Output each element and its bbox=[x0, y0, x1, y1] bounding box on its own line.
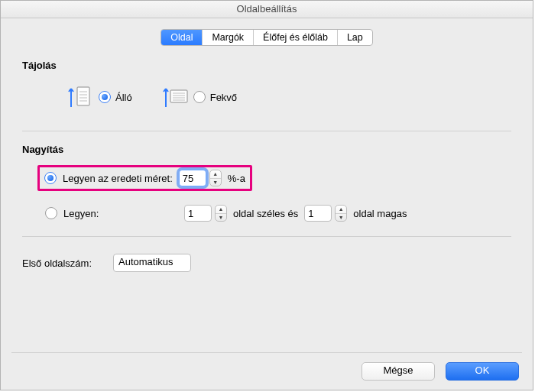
orientation-landscape-radio[interactable] bbox=[193, 91, 206, 103]
zoom-adjust-arrows[interactable]: ▲▼ bbox=[209, 170, 222, 186]
footer-buttons: Mégse OK bbox=[362, 362, 519, 381]
chevron-up-icon[interactable]: ▲ bbox=[210, 170, 221, 179]
first-page-row: Első oldalszám: Automatikus bbox=[22, 254, 511, 272]
zoom-heading: Nagyítás bbox=[22, 144, 511, 155]
zoom-adjust-suffix: %-a bbox=[228, 173, 245, 184]
tab-page[interactable]: Oldal bbox=[161, 30, 203, 45]
zoom-fit-tall-arrows[interactable]: ▲▼ bbox=[335, 205, 347, 222]
orientation-portrait-option[interactable]: Álló bbox=[68, 84, 132, 110]
zoom-fit-tall-suffix: oldal magas bbox=[353, 208, 407, 219]
first-page-value[interactable]: Automatikus bbox=[113, 254, 191, 272]
zoom-fit-row: Legyen: ▲▼ oldal széles és ▲▼ oldal maga… bbox=[22, 201, 511, 225]
window-title: Oldalbeállítás bbox=[1, 1, 533, 18]
zoom-fit-tall-stepper[interactable]: ▲▼ bbox=[304, 205, 347, 222]
zoom-fit-label: Legyen: bbox=[63, 208, 178, 219]
zoom-adjust-row: Legyen az eredeti méret: ▲▼ %-a bbox=[22, 166, 511, 190]
orientation-landscape-option[interactable]: Fekvő bbox=[163, 84, 237, 110]
landscape-icon bbox=[163, 84, 189, 110]
chevron-down-icon[interactable]: ▼ bbox=[210, 179, 221, 186]
divider-2 bbox=[22, 236, 511, 237]
zoom-fit-wide-stepper[interactable]: ▲▼ bbox=[184, 205, 227, 222]
zoom-fit-radio[interactable] bbox=[45, 207, 57, 219]
tab-sheet[interactable]: Lap bbox=[338, 30, 372, 45]
orientation-portrait-radio[interactable] bbox=[99, 91, 111, 103]
footer-separator bbox=[11, 352, 522, 353]
tab-margins[interactable]: Margók bbox=[203, 30, 254, 45]
chevron-up-icon[interactable]: ▲ bbox=[336, 206, 346, 214]
cancel-button[interactable]: Mégse bbox=[362, 362, 435, 381]
zoom-adjust-radio[interactable] bbox=[44, 172, 57, 184]
zoom-fit-tall-input[interactable] bbox=[304, 205, 332, 222]
orientation-heading: Tájolás bbox=[22, 60, 511, 71]
chevron-down-icon[interactable]: ▼ bbox=[336, 214, 346, 222]
ok-button[interactable]: OK bbox=[446, 362, 519, 381]
tab-segments: Oldal Margók Élőfej és élőláb Lap bbox=[160, 29, 373, 46]
zoom-fit-wide-arrows[interactable]: ▲▼ bbox=[215, 205, 227, 222]
zoom-adjust-stepper[interactable]: ▲▼ bbox=[179, 170, 222, 186]
zoom-fit-wide-input[interactable] bbox=[184, 205, 212, 222]
zoom-adjust-label: Legyen az eredeti méret: bbox=[63, 173, 173, 184]
page-setup-window: Oldalbeállítás Oldal Margók Élőfej és él… bbox=[0, 0, 533, 390]
highlight-adjust: Legyen az eredeti méret: ▲▼ %-a bbox=[37, 165, 252, 191]
tab-bar: Oldal Margók Élőfej és élőláb Lap bbox=[1, 29, 533, 46]
chevron-up-icon[interactable]: ▲ bbox=[216, 206, 226, 214]
svg-rect-0 bbox=[77, 87, 89, 105]
orientation-portrait-label: Álló bbox=[115, 92, 132, 103]
chevron-down-icon[interactable]: ▼ bbox=[216, 214, 226, 222]
zoom-adjust-input[interactable] bbox=[179, 170, 206, 186]
portrait-icon bbox=[68, 84, 94, 110]
orientation-row: Álló Fekvő bbox=[22, 82, 511, 112]
first-page-label: Első oldalszám: bbox=[22, 258, 92, 269]
svg-rect-5 bbox=[170, 90, 187, 102]
page-body: Tájolás Álló bbox=[1, 46, 533, 272]
zoom-fit-wide-suffix: oldal széles és bbox=[233, 208, 298, 219]
divider-1 bbox=[22, 131, 511, 131]
tab-header-footer[interactable]: Élőfej és élőláb bbox=[254, 30, 338, 45]
orientation-landscape-label: Fekvő bbox=[210, 92, 237, 103]
